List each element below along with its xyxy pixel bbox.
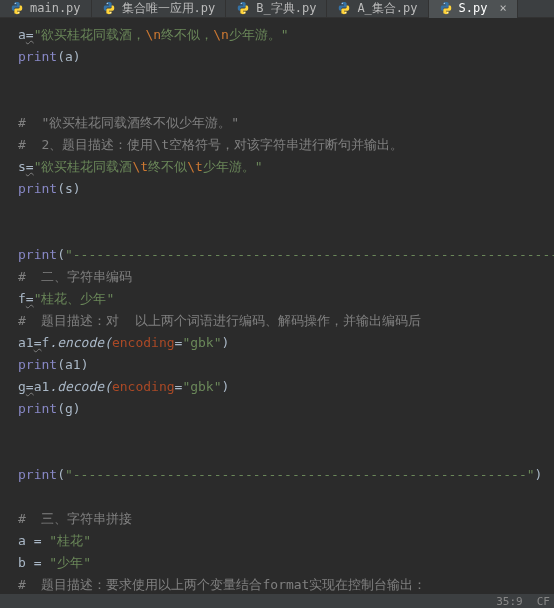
svg-point-7 <box>346 12 347 13</box>
cursor-position[interactable]: 35:9 <box>496 595 523 608</box>
code-line: a = "桂花" <box>18 530 554 552</box>
tab-label: 集合唯一应用.py <box>122 0 216 17</box>
code-comment: # 三、字符串拼接 <box>18 508 554 530</box>
tab-main[interactable]: main.py <box>0 0 92 18</box>
code-comment: # 题目描述：对 以上两个词语进行编码、解码操作，并输出编码后 <box>18 310 554 332</box>
code-comment: # 二、字符串编码 <box>18 266 554 288</box>
code-editor[interactable]: a="欲买桂花同载酒，\n终不似，\n少年游。" print(a) # "欲买桂… <box>0 18 554 608</box>
code-line: print(s) <box>18 178 554 200</box>
python-icon <box>102 1 116 15</box>
svg-point-3 <box>110 12 111 13</box>
code-comment: # 2、题目描述：使用\t空格符号，对该字符串进行断句并输出。 <box>18 134 554 156</box>
close-icon[interactable]: × <box>499 1 506 15</box>
svg-point-0 <box>15 3 16 4</box>
tab-label: S.py <box>459 1 488 15</box>
tab-b-dict[interactable]: B_字典.py <box>226 0 327 18</box>
encoding-indicator[interactable]: CF <box>537 595 550 608</box>
code-line: print(g) <box>18 398 554 420</box>
svg-point-4 <box>241 3 242 4</box>
code-line: a="欲买桂花同载酒，\n终不似，\n少年游。" <box>18 24 554 46</box>
code-line: f="桂花、少年" <box>18 288 554 310</box>
code-line: a1=f.encode(encoding="gbk") <box>18 332 554 354</box>
tab-label: B_字典.py <box>256 0 316 17</box>
code-line: print(a) <box>18 46 554 68</box>
status-bar: 35:9 CF <box>0 594 554 608</box>
tab-label: A_集合.py <box>357 0 417 17</box>
svg-point-9 <box>447 12 448 13</box>
python-icon <box>236 1 250 15</box>
svg-point-8 <box>443 3 444 4</box>
code-line: s="欲买桂花同载酒\t终不似\t少年游。" <box>18 156 554 178</box>
code-line: print("---------------------------------… <box>18 464 554 486</box>
python-icon <box>337 1 351 15</box>
code-line: print("---------------------------------… <box>18 244 554 266</box>
tab-a-set[interactable]: A_集合.py <box>327 0 428 18</box>
tab-label: main.py <box>30 1 81 15</box>
python-icon <box>439 1 453 15</box>
code-comment: # 题目描述：要求使用以上两个变量结合format实现在控制台输出： <box>18 574 554 596</box>
svg-point-5 <box>244 12 245 13</box>
tab-bar: main.py 集合唯一应用.py B_字典.py A_集合.py S.py × <box>0 0 554 18</box>
python-icon <box>10 1 24 15</box>
code-comment: # "欲买桂花同载酒终不似少年游。" <box>18 112 554 134</box>
code-line: g=a1.decode(encoding="gbk") <box>18 376 554 398</box>
code-line: print(a1) <box>18 354 554 376</box>
svg-point-6 <box>342 3 343 4</box>
code-line: b = "少年" <box>18 552 554 574</box>
tab-s[interactable]: S.py × <box>429 0 518 18</box>
svg-point-2 <box>106 3 107 4</box>
svg-point-1 <box>18 12 19 13</box>
tab-jihe-app[interactable]: 集合唯一应用.py <box>92 0 227 18</box>
